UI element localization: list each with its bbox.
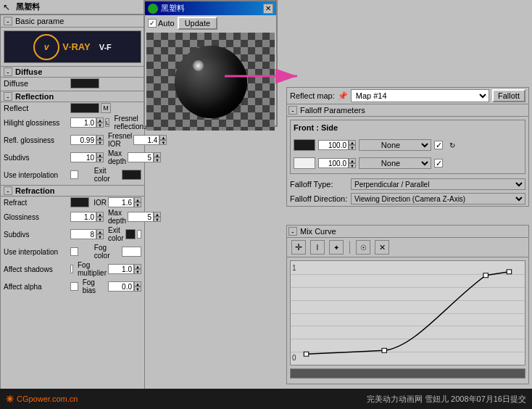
subdivs-input[interactable]: 10 — [70, 152, 96, 162]
none-dropdown-1[interactable]: None — [359, 139, 431, 151]
main-toolbar: ↖ 黑塑料 — [0, 0, 145, 15]
fog-bias-input[interactable]: 0.0 — [108, 281, 134, 292]
curve-scrollbar[interactable] — [290, 368, 525, 379]
fresnel-ior-up[interactable]: ▲ — [159, 135, 167, 140]
fog-bias-down[interactable]: ▼ — [134, 286, 141, 292]
none-dropdown-2[interactable]: None — [359, 157, 431, 169]
map-dropdown[interactable]: Map #14 — [351, 89, 489, 102]
front-checkbox[interactable]: ✓ — [434, 141, 443, 149]
hilight-down[interactable]: ▼ — [96, 123, 104, 128]
vray-text: V·RAY — [62, 41, 91, 52]
exit-color-r-swatch[interactable] — [122, 170, 141, 180]
subdivs-ref-spinner: 8 ▲ ▼ — [70, 229, 104, 239]
fog-mult-down[interactable]: ▼ — [134, 269, 141, 274]
ior-up[interactable]: ▲ — [134, 197, 141, 202]
mix-curve-header: - Mix Curve — [287, 226, 528, 238]
panel-title: 黑塑料 — [16, 1, 40, 12]
use-interp-r-checkbox[interactable] — [70, 170, 78, 179]
falloff-header: - Falloff Parameters — [287, 104, 528, 117]
exit-color-ref-swatch[interactable] — [125, 229, 136, 239]
fresnel-ior-down[interactable]: ▼ — [159, 140, 167, 145]
max-depth-ref-up[interactable]: ▲ — [154, 212, 161, 217]
reset-btn[interactable]: ☉ — [356, 240, 370, 255]
ior-down[interactable]: ▼ — [134, 202, 141, 207]
preview-titlebar: 黑塑料 ✕ — [145, 1, 276, 15]
refl-gloss-down[interactable]: ▼ — [96, 140, 104, 145]
max-depth-ref-down[interactable]: ▼ — [154, 217, 161, 222]
smooth-btn[interactable]: ✦ — [329, 240, 344, 255]
reflect-swatch[interactable] — [70, 103, 99, 113]
fog-bias-up[interactable]: ▲ — [134, 281, 141, 286]
curve-point-3[interactable] — [483, 273, 488, 278]
fog-color-swatch[interactable] — [122, 247, 141, 257]
curve-point-1[interactable] — [304, 352, 308, 356]
glossiness-ref-up[interactable]: ▲ — [96, 212, 104, 217]
hilight-l-btn[interactable]: L — [105, 118, 109, 127]
fog-mult-up[interactable]: ▲ — [134, 264, 141, 269]
update-button[interactable]: Update — [178, 17, 217, 30]
falloff-button[interactable]: Fallott — [492, 89, 525, 102]
subdivs-ref-down[interactable]: ▼ — [96, 234, 104, 239]
collapse-diffuse[interactable]: - — [4, 67, 12, 76]
affect-shadows-row: Affect shadows Fog multiplier 1.0 ▲ ▼ — [1, 260, 144, 278]
collapse-falloff[interactable]: - — [288, 106, 297, 115]
falloff-params-panel: Reflect map: 📌 Map #14 Fallott - Falloff… — [286, 87, 529, 207]
refl-gloss-up[interactable]: ▲ — [96, 135, 104, 140]
collapse-reflection[interactable]: - — [4, 92, 12, 101]
curve-point-4[interactable] — [507, 270, 511, 274]
arrow-container — [225, 64, 304, 91]
curve-canvas[interactable]: 1 0 — [290, 260, 525, 365]
use-interp-ref-check[interactable] — [70, 247, 78, 256]
auto-checkbox[interactable]: ✓ — [148, 19, 157, 28]
glossiness-ref-down[interactable]: ▼ — [96, 217, 104, 222]
ior-input[interactable]: 1.6 — [108, 197, 134, 207]
side-val-spinner: 100.0 ▲ ▼ — [318, 158, 356, 168]
affect-shadows-check[interactable] — [70, 265, 73, 273]
front-val-input[interactable]: 100.0 — [318, 140, 349, 150]
side-color-swatch[interactable] — [294, 157, 315, 169]
max-depth-r-up[interactable]: ▲ — [154, 152, 161, 157]
front-side-row-2: 100.0 ▲ ▼ None ✓ — [294, 157, 522, 169]
side-val-down[interactable]: ▼ — [349, 163, 356, 168]
refract-swatch[interactable] — [70, 197, 89, 207]
max-depth-r-input[interactable]: 5 — [128, 152, 154, 162]
max-depth-ref-input[interactable]: 5 — [128, 212, 154, 222]
side-val-up[interactable]: ▲ — [349, 158, 356, 163]
affect-alpha-check[interactable] — [70, 282, 78, 291]
falloff-type-dropdown[interactable]: Perpendicular / Parallel — [351, 178, 525, 190]
side-val-input[interactable]: 100.0 — [318, 158, 349, 168]
glossiness-ref-input[interactable]: 1.0 — [70, 212, 96, 222]
delete-btn[interactable]: ✕ — [375, 240, 389, 255]
collapse-refraction[interactable]: - — [4, 186, 12, 195]
falloff-direction-dropdown[interactable]: Viewing Direction (Camera Z-Axis) — [351, 193, 525, 204]
preview-close-btn[interactable]: ✕ — [263, 4, 273, 14]
fog-mult-input[interactable]: 1.0 — [108, 264, 134, 274]
hilight-up[interactable]: ▲ — [96, 117, 104, 123]
add-point-btn[interactable]: I — [310, 240, 325, 255]
subdivs-down[interactable]: ▼ — [96, 157, 104, 162]
use-interp-r-label: Use interpolation — [4, 171, 69, 179]
ior-spinner: 1.6 ▲ ▼ — [108, 197, 141, 207]
reflect-m-btn[interactable]: M — [101, 103, 111, 113]
subdivs-ref-input[interactable]: 8 — [70, 229, 96, 239]
side-checkbox[interactable]: ✓ — [434, 159, 443, 168]
refl-gloss-input[interactable]: 0.99 — [70, 135, 96, 145]
front-val-up[interactable]: ▲ — [349, 140, 356, 145]
hilight-input[interactable]: 1.0 — [70, 117, 96, 128]
max-depth-r-down[interactable]: ▼ — [154, 157, 161, 162]
exit-color-ref-check[interactable] — [137, 230, 141, 239]
subdivs-ref-up[interactable]: ▲ — [96, 229, 104, 234]
auto-label: Auto — [158, 19, 175, 28]
rotate-icon[interactable]: ↻ — [449, 141, 455, 149]
curve-point-2[interactable] — [382, 348, 386, 352]
front-color-swatch[interactable] — [294, 139, 315, 151]
collapse-mix-curve[interactable]: - — [288, 227, 297, 236]
diffuse-color-swatch[interactable] — [70, 78, 99, 88]
fresnel-ior-input[interactable]: 1.4 — [133, 135, 159, 145]
subdivs-up[interactable]: ▲ — [96, 152, 104, 157]
front-val-down[interactable]: ▼ — [349, 145, 356, 150]
move-tool-btn[interactable]: ✛ — [291, 240, 306, 255]
collapse-basic[interactable]: - — [4, 17, 12, 25]
use-interp-r-row: Use interpolation Exit color — [1, 166, 144, 183]
front-val-spinner: 100.0 ▲ ▼ — [318, 140, 356, 150]
